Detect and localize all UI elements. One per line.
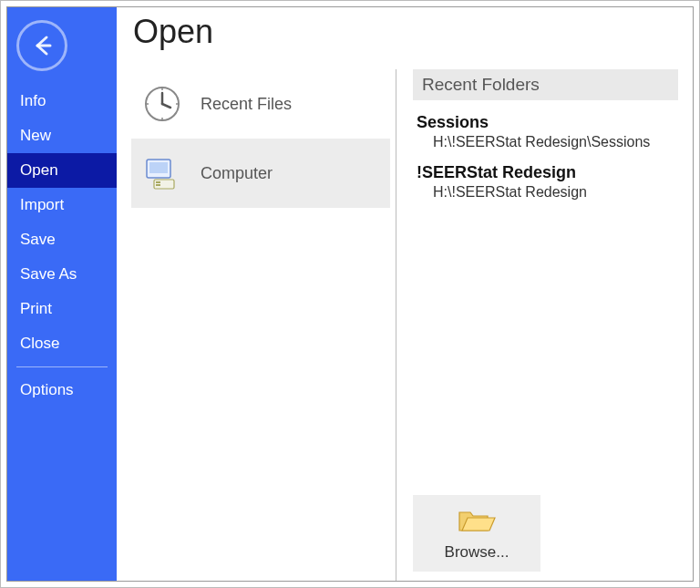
page-title: Open	[133, 13, 678, 51]
open-backstage-window: Info New Open Import Save Save As Print …	[6, 6, 694, 582]
sidebar-divider	[16, 366, 108, 367]
sidebar-item-info[interactable]: Info	[7, 84, 117, 119]
source-label: Computer	[201, 164, 273, 183]
source-recent-files[interactable]: Recent Files	[131, 69, 390, 139]
folder-open-icon	[457, 505, 497, 538]
recent-folder-item[interactable]: !SEERStat Redesign H:\!SEERStat Redesign	[413, 160, 678, 210]
recent-folder-path: H:\!SEERStat Redesign\Sessions	[433, 134, 674, 150]
sidebar-label: Info	[20, 92, 46, 109]
recent-folder-name: Sessions	[417, 113, 674, 132]
svg-point-7	[147, 103, 149, 105]
sidebar-item-close[interactable]: Close	[7, 326, 117, 361]
svg-point-5	[176, 103, 178, 105]
sidebar-item-save-as[interactable]: Save As	[7, 257, 117, 292]
computer-icon	[140, 151, 184, 195]
sidebar-label: Save	[20, 231, 56, 248]
sidebar-item-options[interactable]: Options	[7, 373, 117, 407]
source-label: Recent Files	[201, 95, 292, 114]
svg-point-6	[161, 118, 163, 119]
svg-rect-12	[156, 184, 160, 186]
recent-folder-name: !SEERStat Redesign	[417, 163, 674, 182]
sidebar-label: Save As	[20, 265, 77, 283]
back-button[interactable]	[16, 20, 67, 71]
sidebar-label: Options	[20, 381, 74, 398]
sidebar-label: New	[20, 127, 51, 144]
sidebar-label: Print	[20, 300, 52, 317]
sidebar-item-print[interactable]: Print	[7, 292, 117, 326]
svg-rect-9	[149, 162, 168, 173]
sidebar-item-new[interactable]: New	[7, 119, 117, 153]
backstage-sidebar: Info New Open Import Save Save As Print …	[7, 7, 117, 581]
sidebar-label: Open	[20, 161, 58, 179]
sources-column: Recent Files Computer	[131, 69, 396, 581]
recent-folder-path: H:\!SEERStat Redesign	[433, 184, 674, 201]
sidebar-label: Import	[20, 196, 64, 213]
recent-folder-item[interactable]: Sessions H:\!SEERStat Redesign\Sessions	[413, 109, 678, 160]
recent-folders-column: Recent Folders Sessions H:\!SEERStat Red…	[396, 69, 678, 581]
sidebar-item-save[interactable]: Save	[7, 222, 117, 257]
svg-point-4	[161, 88, 163, 90]
arrow-left-icon	[28, 32, 56, 59]
browse-button[interactable]: Browse...	[413, 495, 540, 572]
sidebar-label: Close	[20, 335, 59, 352]
svg-rect-11	[156, 181, 160, 183]
browse-label: Browse...	[445, 543, 510, 562]
main-panel: Open	[117, 7, 693, 581]
recent-folders-header: Recent Folders	[413, 69, 678, 100]
clock-icon	[140, 82, 184, 126]
source-computer[interactable]: Computer	[131, 139, 390, 208]
sidebar-item-import[interactable]: Import	[7, 188, 117, 222]
sidebar-item-open[interactable]: Open	[7, 153, 117, 188]
